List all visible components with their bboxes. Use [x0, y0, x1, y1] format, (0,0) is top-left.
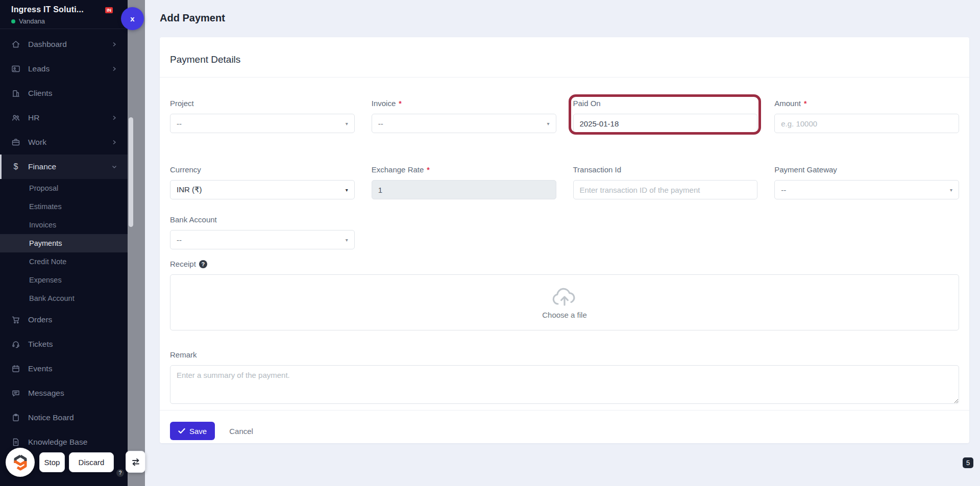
currency-select[interactable]: INR (₹) ▾: [170, 180, 355, 199]
discard-button[interactable]: Discard: [69, 452, 114, 472]
field-exchange-rate: Exchange Rate *: [372, 164, 556, 199]
clipboard-icon: [11, 413, 20, 422]
required-asterisk: *: [427, 166, 429, 174]
receipt-upload-dropzone[interactable]: Choose a file: [170, 274, 959, 330]
user-name: Vandana: [19, 17, 45, 25]
hexagon-logo-icon: [12, 454, 29, 471]
headset-icon: [11, 340, 20, 349]
required-asterisk: *: [399, 99, 401, 108]
transaction-id-input[interactable]: [573, 180, 758, 199]
calendar-icon: [11, 364, 20, 373]
dollar-icon: $: [11, 162, 20, 171]
exchange-rate-input: [372, 180, 556, 199]
check-icon: [178, 428, 185, 434]
sidebar-item-hr[interactable]: HR: [0, 106, 128, 130]
bank-account-label: Bank Account: [170, 214, 355, 225]
field-invoice: Invoice * -- ▾: [372, 98, 556, 133]
field-receipt: Receipt ? Choose a file: [170, 259, 959, 330]
sidebar-item-dashboard[interactable]: Dashboard: [0, 32, 128, 57]
main-content: Add Payment Payment Details Project -- ▾…: [145, 0, 980, 486]
chevron-down-icon: [111, 164, 117, 170]
field-paid-on: Paid On: [573, 98, 758, 133]
paid-on-input[interactable]: [573, 114, 758, 133]
payment-gateway-label: Payment Gateway: [774, 164, 959, 175]
field-currency: Currency INR (₹) ▾: [170, 164, 355, 199]
help-badge[interactable]: ?: [116, 469, 124, 477]
agent-logo-button[interactable]: [6, 448, 35, 477]
chevron-right-icon: [111, 66, 117, 72]
sidebar-item-clients[interactable]: Clients: [0, 81, 128, 106]
choose-file-text: Choose a file: [542, 311, 587, 319]
receipt-label: Receipt: [170, 260, 196, 268]
chevron-down-icon: ▾: [346, 121, 348, 126]
card-title: Payment Details: [170, 54, 240, 65]
invoice-select[interactable]: -- ▾: [372, 114, 556, 133]
sidebar-subitem-proposal[interactable]: Proposal: [0, 179, 128, 197]
sidebar-item-finance[interactable]: $ Finance: [0, 155, 128, 179]
page-title: Add Payment: [160, 12, 225, 24]
sidebar-scrollbar-thumb[interactable]: [129, 117, 133, 227]
field-amount: Amount *: [774, 98, 959, 133]
sidebar-item-events[interactable]: Events: [0, 356, 128, 381]
sidebar: Ingress IT Soluti... Vandana IN Dashboar…: [0, 0, 128, 486]
remark-textarea[interactable]: [170, 365, 959, 404]
swap-arrows-icon: [131, 457, 141, 467]
stop-button[interactable]: Stop: [39, 452, 65, 472]
sidebar-subitem-credit-note[interactable]: Credit Note: [0, 252, 128, 271]
currency-label: Currency: [170, 164, 355, 175]
document-icon: [11, 438, 20, 447]
sidebar-item-tickets[interactable]: Tickets: [0, 332, 128, 356]
field-remark: Remark: [170, 349, 959, 406]
transaction-id-label: Transaction Id: [573, 164, 758, 175]
exchange-rate-label: Exchange Rate: [372, 165, 424, 174]
help-icon[interactable]: ?: [199, 260, 207, 268]
chevron-down-icon: ▾: [346, 237, 348, 243]
sidebar-close-button[interactable]: x: [121, 7, 144, 30]
chat-icon: [11, 389, 20, 398]
sidebar-item-leads[interactable]: Leads: [0, 57, 128, 81]
chevron-down-icon: ▾: [346, 187, 348, 193]
close-icon: x: [130, 14, 134, 23]
users-icon: [11, 113, 20, 122]
field-transaction-id: Transaction Id: [573, 164, 758, 199]
chevron-down-icon: ▾: [547, 121, 549, 126]
sidebar-subitem-payments[interactable]: Payments: [0, 234, 128, 252]
sidebar-item-messages[interactable]: Messages: [0, 381, 128, 405]
id-card-icon: [11, 64, 20, 73]
home-icon: [11, 40, 20, 49]
sidebar-item-work[interactable]: Work: [0, 130, 128, 155]
field-project: Project -- ▾: [170, 98, 355, 133]
amount-input[interactable]: [774, 114, 959, 133]
bank-account-select[interactable]: -- ▾: [170, 230, 355, 249]
notification-count-badge[interactable]: 5: [963, 457, 973, 468]
cart-icon: [11, 315, 20, 324]
required-asterisk: *: [804, 99, 806, 108]
project-label: Project: [170, 98, 355, 109]
chevron-down-icon: ▾: [950, 187, 952, 193]
sidebar-header: Ingress IT Soluti... Vandana IN: [0, 0, 128, 29]
swap-button[interactable]: [126, 451, 145, 473]
sidebar-subitem-bank-account[interactable]: Bank Account: [0, 289, 128, 308]
payment-details-card: Payment Details Project -- ▾ Invoice *: [160, 37, 969, 443]
invoice-label: Invoice: [372, 99, 396, 108]
sidebar-subitem-estimates[interactable]: Estimates: [0, 197, 128, 216]
paid-on-label: Paid On: [573, 98, 758, 109]
project-select[interactable]: -- ▾: [170, 114, 355, 133]
sidebar-nav: Dashboard Leads Clients HR: [0, 29, 128, 454]
sidebar-scroll-strip: [128, 0, 145, 486]
briefcase-icon: [11, 138, 20, 147]
amount-label: Amount: [774, 99, 801, 108]
sidebar-subitem-invoices[interactable]: Invoices: [0, 216, 128, 234]
field-payment-gateway: Payment Gateway -- ▾: [774, 164, 959, 199]
sidebar-item-orders[interactable]: Orders: [0, 308, 128, 332]
save-button[interactable]: Save: [170, 422, 215, 440]
cancel-button[interactable]: Cancel: [229, 427, 253, 436]
field-bank-account: Bank Account -- ▾: [170, 214, 355, 249]
cloud-upload-icon: [550, 286, 579, 308]
chevron-right-icon: [111, 139, 117, 145]
chevron-right-icon: [111, 115, 117, 121]
payment-gateway-select[interactable]: -- ▾: [774, 180, 959, 199]
sidebar-item-notice-board[interactable]: Notice Board: [0, 405, 128, 430]
sidebar-subitem-expenses[interactable]: Expenses: [0, 271, 128, 289]
chevron-right-icon: [111, 41, 117, 47]
